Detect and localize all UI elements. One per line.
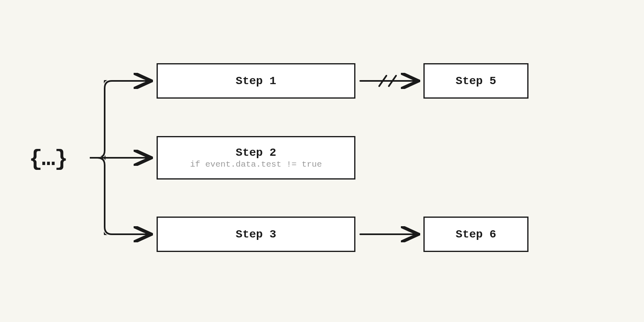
connector-step1-to-step5-broken — [360, 76, 419, 86]
connector-source-to-step1 — [91, 81, 151, 158]
connector-source-to-step3-rounded — [91, 158, 151, 234]
connector-svg — [0, 0, 644, 322]
connector-source-to-step3 — [91, 158, 151, 234]
connector-source-to-step1-rounded — [91, 81, 151, 158]
